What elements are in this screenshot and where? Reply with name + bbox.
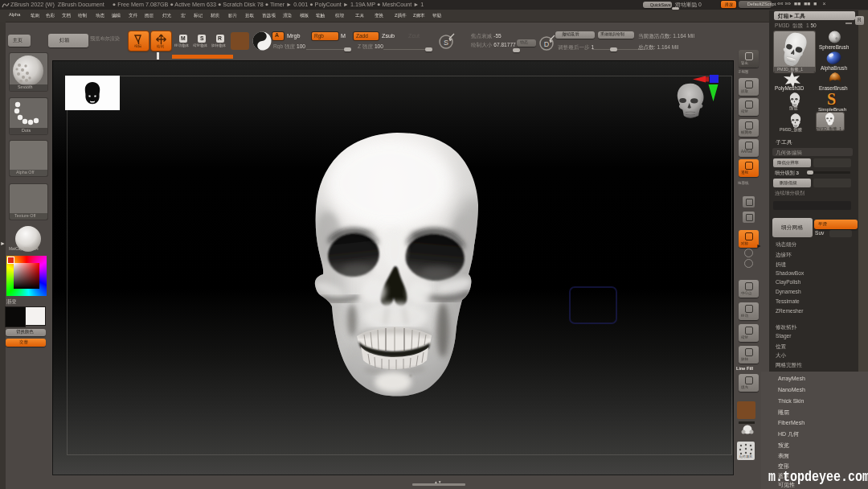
svg-text:S: S (444, 39, 448, 47)
svg-text:D: D (544, 40, 550, 48)
svg-text:纭格填充: 纭格填充 (739, 454, 752, 458)
